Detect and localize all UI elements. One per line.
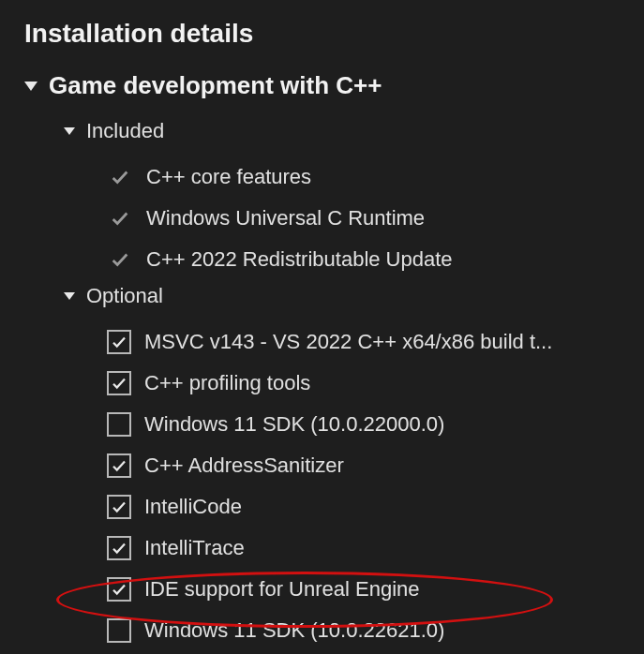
item-label: C++ core features (146, 165, 311, 189)
item-label: Windows Universal C Runtime (146, 206, 425, 230)
group-header-optional[interactable]: Optional (64, 284, 620, 308)
item-label: C++ profiling tools (144, 371, 310, 395)
item-label: C++ AddressSanitizer (144, 453, 344, 478)
page-title: Installation details (24, 19, 620, 49)
optional-item[interactable]: IDE support for Unreal Engine (107, 569, 620, 610)
item-label: C++ 2022 Redistributable Update (146, 247, 453, 272)
group-label: Optional (86, 284, 163, 308)
checkbox[interactable] (107, 618, 131, 643)
optional-item[interactable]: Windows 11 SDK (10.0.22000.0) (107, 404, 620, 445)
checkbox[interactable] (107, 577, 131, 602)
checkbox[interactable] (107, 536, 131, 560)
group-header-included[interactable]: Included (64, 119, 620, 143)
checkbox[interactable] (107, 495, 131, 519)
checkbox[interactable] (107, 330, 131, 354)
included-item: C++ 2022 Redistributable Update (107, 239, 620, 280)
group-label: Included (86, 119, 164, 143)
chevron-down-icon (64, 292, 75, 300)
optional-item[interactable]: IntelliTrace (107, 528, 620, 569)
optional-item[interactable]: C++ profiling tools (107, 363, 620, 404)
item-label: IntelliCode (144, 495, 242, 519)
optional-item[interactable]: Windows 11 SDK (10.0.22621.0) (107, 610, 620, 651)
check-icon (107, 205, 133, 231)
item-label: MSVC v143 - VS 2022 C++ x64/x86 build t.… (144, 330, 552, 354)
workload-label: Game development with C++ (49, 71, 382, 100)
included-item: Windows Universal C Runtime (107, 198, 620, 239)
check-icon (107, 246, 133, 273)
optional-item[interactable]: IntelliCode (107, 486, 620, 528)
checkbox[interactable] (107, 371, 131, 395)
item-label: IDE support for Unreal Engine (144, 577, 420, 602)
workload-header[interactable]: Game development with C++ (24, 71, 620, 100)
item-label: Windows 11 SDK (10.0.22000.0) (144, 412, 444, 437)
checkbox[interactable] (107, 453, 131, 478)
included-item: C++ core features (107, 156, 620, 198)
chevron-down-icon (64, 127, 75, 135)
check-icon (107, 164, 133, 190)
item-label: IntelliTrace (144, 536, 245, 560)
item-label: Windows 11 SDK (10.0.22621.0) (144, 618, 444, 643)
optional-item[interactable]: C++ AddressSanitizer (107, 445, 620, 486)
optional-item[interactable]: MSVC v143 - VS 2022 C++ x64/x86 build t.… (107, 321, 620, 363)
checkbox[interactable] (107, 412, 131, 437)
chevron-down-icon (24, 82, 37, 91)
